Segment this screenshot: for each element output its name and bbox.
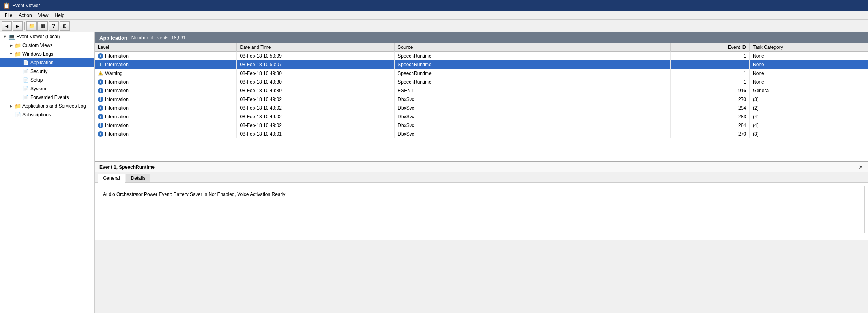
table-row[interactable]: iInformation08-Feb-18 10:49:30ESENT916Ge… xyxy=(95,86,868,95)
detail-close-button[interactable]: ✕ xyxy=(859,164,863,170)
table-row[interactable]: iInformation08-Feb-18 10:49:02DbxSvc294(… xyxy=(95,104,868,112)
toolbar-separator-1 xyxy=(24,22,25,30)
sidebar-item-windows-logs[interactable]: ▼ 📁 Windows Logs xyxy=(0,50,94,58)
title-text: Event Viewer xyxy=(12,3,40,8)
sidebar: ▼ 💻 Event Viewer (Local) ▶ 📁 Custom View… xyxy=(0,32,95,313)
computer-icon: 💻 xyxy=(8,34,15,40)
menu-help[interactable]: Help xyxy=(52,12,68,19)
source-cell: DbxSvc xyxy=(395,121,671,130)
content-header: Application Number of events: 18,661 xyxy=(95,32,868,43)
menu-view[interactable]: View xyxy=(35,12,52,19)
taskcategory-cell: (4) xyxy=(750,112,868,121)
eventid-cell: 916 xyxy=(671,86,750,95)
sidebar-label-app-services: Applications and Services Log xyxy=(22,103,86,109)
source-cell: SpeechRuntime xyxy=(395,69,671,78)
events-table-area[interactable]: Level Date and Time Source Event ID Task… xyxy=(95,43,868,162)
title-bar: 📋 Event Viewer xyxy=(0,0,868,11)
table-row[interactable]: iInformation08-Feb-18 10:50:07SpeechRunt… xyxy=(95,60,868,69)
info-icon: i xyxy=(98,88,103,93)
menu-action[interactable]: Action xyxy=(15,12,35,19)
detail-header: Event 1, SpeechRuntime ✕ xyxy=(95,162,868,172)
datetime-cell: 08-Feb-18 10:49:02 xyxy=(237,121,395,130)
toolbar: ◄ ► 📁 ▦ ? ⊞ xyxy=(0,20,868,32)
detail-content: Audio Orchestrator Power Event: Battery … xyxy=(98,186,865,233)
table-row[interactable]: iInformation08-Feb-18 10:49:02DbxSvc283(… xyxy=(95,112,868,121)
warning-icon: ! xyxy=(98,71,103,76)
table-row[interactable]: !Warning08-Feb-18 10:49:30SpeechRuntime1… xyxy=(95,69,868,78)
level-text: Information xyxy=(105,88,129,93)
taskcategory-cell: (4) xyxy=(750,121,868,130)
detail-tabs: General Details xyxy=(95,172,868,183)
col-header-level[interactable]: Level xyxy=(95,43,237,52)
level-text: Information xyxy=(105,123,129,128)
sidebar-label-windows-logs: Windows Logs xyxy=(22,51,53,57)
eventid-cell: 283 xyxy=(671,112,750,121)
help-button[interactable]: ? xyxy=(49,21,59,31)
forward-button[interactable]: ► xyxy=(13,21,23,31)
content-title: Application xyxy=(99,35,127,41)
tab-general[interactable]: General xyxy=(98,174,125,183)
sidebar-label-subscriptions: Subscriptions xyxy=(22,112,51,117)
col-header-taskcategory[interactable]: Task Category xyxy=(750,43,868,52)
eventid-cell: 270 xyxy=(671,130,750,138)
log-icon-system: 📄 xyxy=(22,86,29,92)
sidebar-label-custom-views: Custom Views xyxy=(22,43,52,48)
info-icon: i xyxy=(98,79,103,85)
table-row[interactable]: iInformation08-Feb-18 10:49:02DbxSvc270(… xyxy=(95,95,868,104)
info-icon: i xyxy=(98,62,103,67)
source-cell: DbxSvc xyxy=(395,104,671,112)
menu-file[interactable]: File xyxy=(2,12,15,19)
datetime-cell: 08-Feb-18 10:49:30 xyxy=(237,78,395,86)
expand-icon-windows-logs: ▼ xyxy=(8,52,14,56)
col-header-source[interactable]: Source xyxy=(395,43,671,52)
source-cell: DbxSvc xyxy=(395,112,671,121)
datetime-cell: 08-Feb-18 10:49:02 xyxy=(237,104,395,112)
col-header-eventid[interactable]: Event ID xyxy=(671,43,750,52)
sidebar-item-setup[interactable]: 📄 Setup xyxy=(0,76,94,84)
sidebar-label-event-viewer: Event Viewer (Local) xyxy=(16,34,60,39)
expand-icon-custom-views: ▶ xyxy=(8,43,14,47)
sidebar-item-event-viewer-local[interactable]: ▼ 💻 Event Viewer (Local) xyxy=(0,32,94,41)
taskcategory-cell: None xyxy=(750,78,868,86)
table-row[interactable]: iInformation08-Feb-18 10:49:01DbxSvc270(… xyxy=(95,130,868,138)
sidebar-item-system[interactable]: 📄 System xyxy=(0,84,94,93)
expand-icon-event-viewer: ▼ xyxy=(2,35,8,39)
log-icon-security: 📄 xyxy=(22,68,29,75)
table-row[interactable]: iInformation08-Feb-18 10:50:09SpeechRunt… xyxy=(95,52,868,60)
view-button[interactable]: ▦ xyxy=(37,21,48,31)
log-icon-setup: 📄 xyxy=(22,77,29,83)
detail-title: Event 1, SpeechRuntime xyxy=(99,164,155,170)
sidebar-item-custom-views[interactable]: ▶ 📁 Custom Views xyxy=(0,41,94,50)
table-row[interactable]: iInformation08-Feb-18 10:49:02DbxSvc284(… xyxy=(95,121,868,130)
sidebar-item-subscriptions[interactable]: 📄 Subscriptions xyxy=(0,110,94,119)
back-button[interactable]: ◄ xyxy=(2,21,12,31)
source-cell: SpeechRuntime xyxy=(395,52,671,60)
source-cell: DbxSvc xyxy=(395,95,671,104)
datetime-cell: 08-Feb-18 10:50:07 xyxy=(237,60,395,69)
table-row[interactable]: iInformation08-Feb-18 10:49:30SpeechRunt… xyxy=(95,78,868,86)
open-button[interactable]: 📁 xyxy=(26,21,37,31)
properties-button[interactable]: ⊞ xyxy=(60,21,70,31)
sidebar-item-applications-services[interactable]: ▶ 📁 Applications and Services Log xyxy=(0,102,94,110)
sidebar-item-security[interactable]: 📄 Security xyxy=(0,67,94,76)
sidebar-item-application[interactable]: 📄 Application xyxy=(0,58,94,67)
info-icon: i xyxy=(98,105,103,111)
datetime-cell: 08-Feb-18 10:49:01 xyxy=(237,130,395,138)
sidebar-item-forwarded-events[interactable]: 📄 Forwarded Events xyxy=(0,93,94,102)
eventid-cell: 1 xyxy=(671,69,750,78)
menu-bar: File Action View Help xyxy=(0,11,868,20)
taskcategory-cell: None xyxy=(750,60,868,69)
eventid-cell: 270 xyxy=(671,95,750,104)
datetime-cell: 08-Feb-18 10:49:02 xyxy=(237,95,395,104)
level-text: Information xyxy=(105,79,129,85)
tab-details[interactable]: Details xyxy=(126,174,151,182)
log-icon-application: 📄 xyxy=(22,60,29,66)
col-header-datetime[interactable]: Date and Time xyxy=(237,43,395,52)
content-subtitle: Number of events: 18,661 xyxy=(131,35,186,41)
log-icon-forwarded: 📄 xyxy=(22,94,29,101)
datetime-cell: 08-Feb-18 10:49:30 xyxy=(237,69,395,78)
taskcategory-cell: General xyxy=(750,86,868,95)
level-text: Information xyxy=(105,105,129,111)
taskcategory-cell: None xyxy=(750,52,868,60)
info-icon: i xyxy=(98,53,103,59)
